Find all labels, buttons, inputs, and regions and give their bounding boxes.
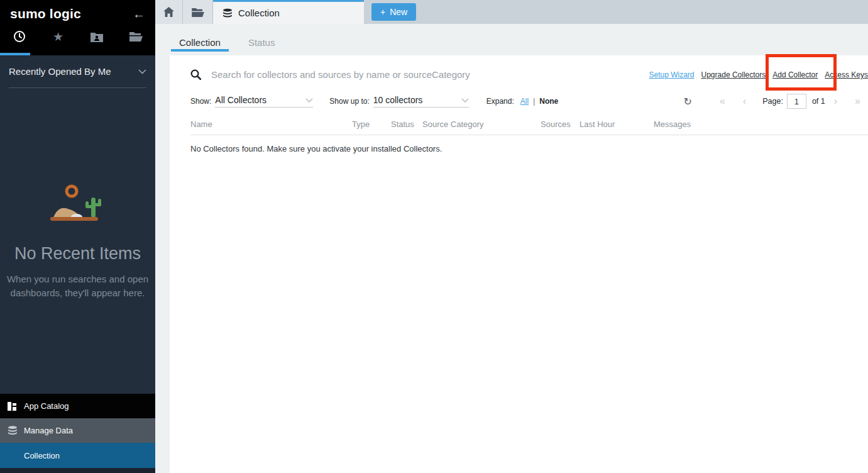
recent-filter-label: Recently Opened By Me — [9, 66, 111, 77]
app-catalog-label: App Catalog — [24, 401, 69, 411]
column-header-source-category[interactable]: Source Category — [422, 120, 541, 129]
first-page-icon[interactable]: « — [720, 96, 725, 107]
sidebar-body: No Recent Items When you run searches an… — [0, 88, 155, 394]
panel-gutter — [155, 55, 170, 473]
setup-wizard-link[interactable]: Setup Wizard — [649, 70, 695, 79]
top-tab-bar: Collection + New — [155, 0, 868, 24]
collection-window-tab[interactable]: Collection — [213, 0, 364, 24]
column-header-status[interactable]: Status — [391, 120, 422, 129]
pagination: ↻ « ‹ Page: of 1 › » — [684, 94, 868, 109]
column-header-last-hour[interactable]: Last Hour — [580, 120, 654, 129]
column-header-sources[interactable]: Sources — [541, 120, 580, 129]
sidebar-item-partial — [0, 468, 155, 473]
tab-status[interactable]: Status — [240, 37, 283, 55]
database-icon — [222, 8, 233, 18]
chevron-down-icon — [461, 98, 469, 103]
filter-row: Show: All Collectors Show up to: 10 coll… — [190, 92, 868, 110]
expand-label: Expand: — [486, 97, 514, 106]
no-recent-items-panel: No Recent Items When you run searches an… — [7, 184, 148, 300]
next-page-icon[interactable]: › — [834, 96, 837, 107]
page-number-input[interactable] — [787, 94, 806, 109]
recent-clock-icon[interactable] — [0, 23, 39, 50]
search-input[interactable] — [211, 69, 649, 80]
favorites-star-icon[interactable]: ★ — [39, 23, 78, 50]
show-label: Show: — [190, 97, 211, 106]
tab-collection[interactable]: Collection — [171, 37, 229, 55]
last-page-icon[interactable]: » — [855, 96, 860, 107]
column-header-name[interactable]: Name — [190, 120, 352, 129]
new-button[interactable]: + New — [371, 3, 416, 21]
folder-icon — [192, 8, 204, 17]
sidebar-header: sumo logic ← ★ — [0, 0, 155, 55]
column-header-type[interactable]: Type — [352, 120, 391, 129]
recent-filter-dropdown[interactable]: Recently Opened By Me — [9, 55, 146, 88]
home-button[interactable] — [155, 0, 183, 24]
home-icon — [163, 7, 174, 17]
collapse-sidebar-arrow-icon[interactable]: ← — [133, 8, 145, 20]
plus-icon: + — [380, 7, 385, 17]
page-of-label: of 1 — [812, 97, 825, 106]
upgrade-collectors-link[interactable]: Upgrade Collectors — [701, 70, 766, 79]
search-icon — [190, 69, 201, 80]
expand-none-link[interactable]: None — [539, 97, 558, 106]
database-icon — [8, 426, 24, 435]
chevron-down-icon — [305, 98, 313, 103]
main-area: Collection + New Collection Status Setup… — [155, 0, 868, 473]
sidebar-footer: App Catalog Manage Data Collection — [0, 394, 155, 473]
collection-label: Collection — [24, 451, 60, 460]
sidebar-item-collection[interactable]: Collection — [0, 443, 155, 468]
sub-tab-bar: Collection Status — [155, 24, 868, 55]
expand-all-link[interactable]: All — [520, 97, 529, 106]
no-collectors-message: No Collectors found. Make sure you activ… — [190, 144, 868, 153]
refresh-icon[interactable]: ↻ — [684, 96, 692, 108]
search-row: Setup Wizard Upgrade Collectors Add Coll… — [190, 66, 868, 82]
column-header-messages[interactable]: Messages — [654, 120, 868, 129]
collectors-table-header: Name Type Status Source Category Sources… — [190, 120, 868, 135]
show-up-to-label: Show up to: — [329, 97, 369, 106]
toolbar-links: Setup Wizard Upgrade Collectors Add Coll… — [649, 69, 868, 79]
collection-content: Setup Wizard Upgrade Collectors Add Coll… — [155, 55, 868, 473]
sidebar-item-manage-data[interactable]: Manage Data — [0, 418, 155, 443]
show-dropdown[interactable]: All Collectors — [215, 95, 313, 108]
show-up-to-dropdown[interactable]: 10 collectors — [373, 95, 469, 108]
add-collector-link[interactable]: Add Collector — [772, 70, 818, 79]
separator: | — [533, 97, 535, 106]
manage-data-label: Manage Data — [24, 426, 73, 435]
no-recent-items-title: No Recent Items — [7, 244, 148, 264]
page-label: Page: — [762, 97, 783, 106]
library-folder-icon[interactable] — [116, 23, 155, 50]
library-button[interactable] — [183, 0, 213, 24]
no-recent-items-caption: When you run searches and open dashboard… — [7, 272, 148, 300]
sidebar-item-app-catalog[interactable]: App Catalog — [0, 394, 155, 418]
chevron-down-icon — [138, 69, 146, 74]
tab-label: Collection — [238, 8, 280, 18]
prev-page-icon[interactable]: ‹ — [743, 96, 746, 107]
left-sidebar: sumo logic ← ★ Recently Opened By Me — [0, 0, 155, 473]
access-keys-link[interactable]: Access Keys — [825, 70, 868, 79]
app-catalog-grid-icon — [8, 402, 24, 411]
desert-illustration — [43, 184, 113, 225]
personal-folder-icon[interactable] — [78, 23, 117, 50]
sumo-logic-logo: sumo logic — [10, 6, 81, 21]
active-nav-indicator — [0, 53, 30, 55]
